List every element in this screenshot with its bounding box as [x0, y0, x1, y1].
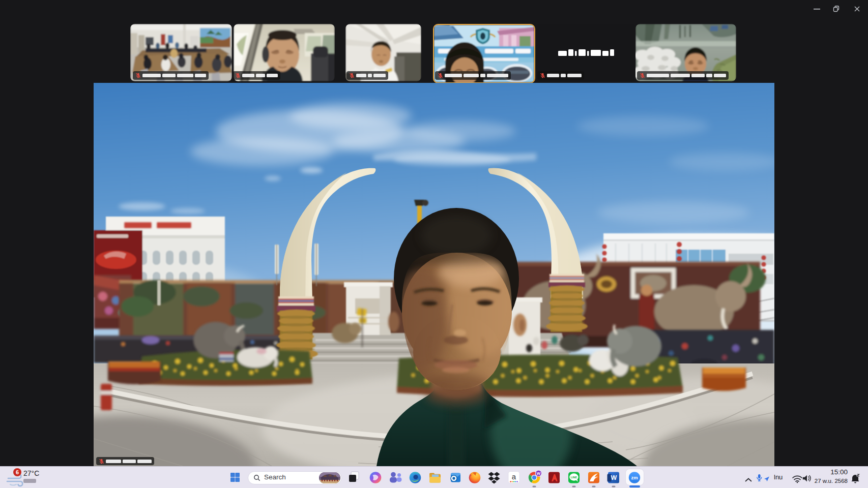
svg-text:zm: zm [631, 475, 638, 480]
svg-text:W: W [537, 471, 541, 476]
svg-text:LINE: LINE [571, 476, 577, 479]
svg-text:W: W [611, 474, 617, 481]
svg-text:a: a [512, 472, 516, 481]
